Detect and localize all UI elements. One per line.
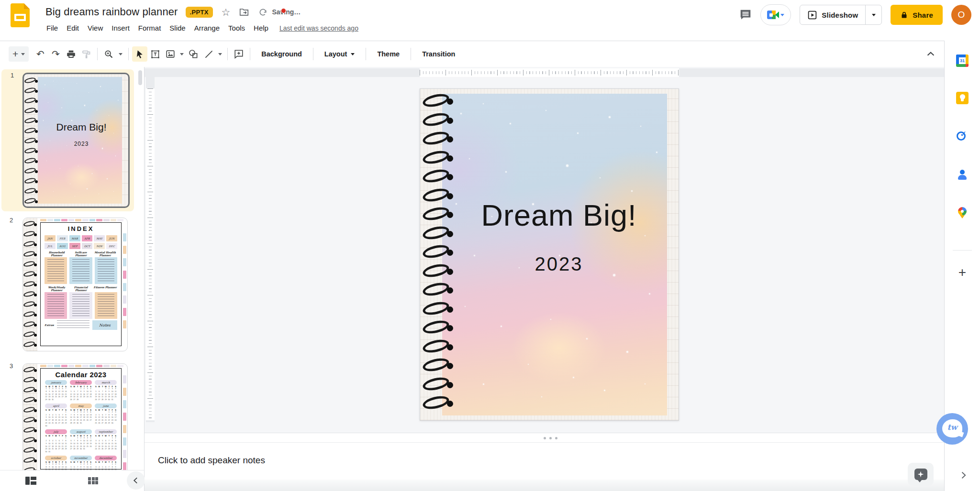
- zoom-dropdown-caret[interactable]: [116, 46, 125, 62]
- document-title[interactable]: Big dreams rainbow planner: [45, 6, 178, 18]
- sparkle-dot: [510, 123, 511, 124]
- page-edge-tab: [123, 258, 126, 266]
- spiral-coil: [423, 321, 454, 334]
- index-section-block: [69, 257, 92, 284]
- print-button[interactable]: [63, 46, 78, 62]
- filmstrip-view-button[interactable]: [25, 477, 36, 485]
- sparkle-dot: [102, 148, 103, 149]
- menu-insert[interactable]: Insert: [107, 22, 134, 33]
- new-slide-button[interactable]: +: [9, 46, 29, 62]
- star-icon[interactable]: ☆: [222, 7, 231, 17]
- meet-camera-icon: [767, 11, 779, 19]
- spiral-coil: [24, 98, 38, 104]
- share-button[interactable]: Share: [891, 5, 943, 25]
- filmstrip-scrollbar[interactable]: [138, 70, 142, 85]
- spiral-coil: [423, 95, 454, 107]
- page-edge-tab: [111, 219, 117, 221]
- current-slide[interactable]: Dream Big! 2023: [420, 88, 679, 421]
- logo-frame: [14, 14, 26, 21]
- insert-line-button[interactable]: [201, 46, 216, 62]
- mini-month-calendar: octoberSMTWTFS12345678910111213141516171…: [44, 456, 68, 470]
- slide-cover-year[interactable]: 2023: [439, 253, 679, 275]
- menu-format[interactable]: Format: [134, 22, 166, 33]
- meet-button[interactable]: [760, 4, 791, 25]
- header-bar: Big dreams rainbow planner .PPTX ☆ Savin…: [0, 0, 980, 41]
- index-section-header: Mental Health Planner: [93, 251, 117, 257]
- notes-resize-divider[interactable]: [145, 433, 944, 442]
- slide-thumbnail-1[interactable]: Dream Big! 2023: [22, 73, 130, 208]
- sparkle-dot: [61, 108, 62, 109]
- page-edge-tab: [54, 219, 60, 221]
- index-month-tab: NOV: [94, 243, 105, 249]
- slides-logo-icon[interactable]: [11, 3, 30, 27]
- line-dropdown-caret[interactable]: [216, 46, 224, 62]
- menu-slide[interactable]: Slide: [165, 22, 189, 33]
- calendar-app-icon[interactable]: 31: [953, 51, 972, 70]
- undo-button[interactable]: ↶: [33, 46, 48, 62]
- text-box-button[interactable]: [147, 46, 163, 62]
- speaker-notes-placeholder[interactable]: Click to add speaker notes: [158, 455, 265, 466]
- account-avatar[interactable]: O: [951, 5, 971, 25]
- insert-shape-button[interactable]: [186, 46, 201, 62]
- zoom-button[interactable]: [101, 46, 116, 62]
- menu-edit[interactable]: Edit: [62, 22, 83, 33]
- contacts-app-icon[interactable]: [953, 165, 972, 185]
- menu-help[interactable]: Help: [249, 22, 273, 33]
- menu-arrange[interactable]: Arrange: [190, 22, 224, 33]
- slide-thumbnail-2[interactable]: INDEX JANFEBMARAPRMAYJUNJULAUGSEPOCTNOVD…: [22, 218, 128, 351]
- sparkle-dot: [77, 83, 77, 84]
- mini-month-calendar: decemberSMTWTFS1234567891011121314151617…: [93, 456, 118, 470]
- redo-button[interactable]: ↷: [48, 46, 63, 62]
- paint-format-button[interactable]: [78, 46, 94, 62]
- tw-extension-badge[interactable]: tw: [936, 413, 968, 445]
- slide-cover-title[interactable]: Dream Big!: [439, 198, 679, 232]
- spiral-coil: [23, 458, 37, 463]
- transition-button[interactable]: Transition: [414, 46, 463, 62]
- sparkle-dot: [541, 396, 542, 397]
- maps-app-icon[interactable]: [953, 203, 972, 222]
- spiral-coil: [23, 251, 37, 257]
- slideshow-dropdown[interactable]: [865, 5, 881, 24]
- insert-comment-button[interactable]: [231, 46, 246, 62]
- move-folder-icon[interactable]: [239, 7, 249, 17]
- bottom-strip: [145, 480, 944, 491]
- sparkle-dot: [70, 184, 70, 184]
- sparkle-dot: [505, 171, 507, 173]
- mini-month-label: september: [95, 429, 117, 434]
- image-dropdown-caret[interactable]: [178, 46, 186, 62]
- page-edge-tab: [68, 219, 75, 221]
- select-tool-button[interactable]: [132, 46, 147, 62]
- expand-side-panel-button[interactable]: [957, 469, 969, 481]
- sparkle-dot: [109, 115, 110, 116]
- add-addon-button[interactable]: +: [953, 263, 972, 282]
- slide-thumbnail-3[interactable]: Calendar 2023 januarySMTWTFS123456789101…: [22, 363, 128, 470]
- page-edge-tab: [61, 219, 67, 221]
- sparkle-dot: [577, 132, 579, 134]
- spiral-coil: [23, 312, 37, 317]
- comments-icon[interactable]: [739, 9, 752, 21]
- drag-handle-dots[interactable]: [544, 437, 557, 439]
- tasks-app-icon[interactable]: ✓: [953, 127, 972, 146]
- grid-view-button[interactable]: [88, 477, 98, 484]
- sparkle-dot: [640, 126, 641, 127]
- background-button[interactable]: Background: [254, 46, 310, 62]
- collapse-filmstrip-button[interactable]: [127, 471, 145, 490]
- sparkle-dot: [53, 191, 54, 192]
- toolbar-collapse-button[interactable]: [924, 48, 937, 60]
- slideshow-button[interactable]: Slideshow: [800, 5, 865, 24]
- page-edge-tab: [82, 219, 89, 221]
- page-edge-tab: [103, 219, 110, 221]
- slide-canvas-area[interactable]: Dream Big! 2023: [145, 67, 944, 433]
- insert-image-button[interactable]: [163, 46, 178, 62]
- layout-button[interactable]: Layout: [317, 46, 363, 62]
- last-edit-status[interactable]: Last edit was seconds ago: [279, 24, 358, 32]
- explore-button[interactable]: [908, 463, 934, 486]
- menu-tools[interactable]: Tools: [224, 22, 249, 33]
- theme-button[interactable]: Theme: [369, 46, 407, 62]
- menu-file[interactable]: File: [42, 22, 62, 33]
- sparkle-dot: [43, 120, 44, 121]
- keep-app-icon[interactable]: [953, 88, 972, 108]
- menu-view[interactable]: View: [83, 22, 107, 33]
- speaker-notes-panel[interactable]: Click to add speaker notes: [145, 442, 944, 480]
- file-type-badge[interactable]: .PPTX: [186, 7, 213, 18]
